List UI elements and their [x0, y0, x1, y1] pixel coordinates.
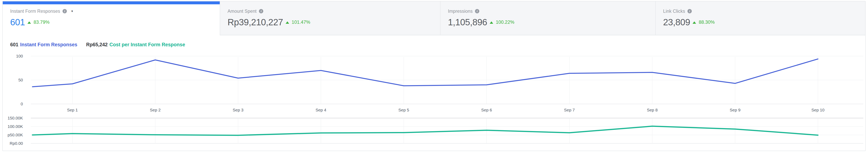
x-axis-date-label: Sep 2 — [150, 108, 160, 113]
responses-line — [32, 59, 818, 87]
y-axis-tick: p50.00K — [3, 132, 23, 137]
info-icon[interactable]: i — [259, 9, 263, 13]
active-tab-indicator — [3, 1, 220, 4]
legend-responses-label: Instant Form Responses — [20, 41, 78, 48]
chevron-down-icon[interactable]: ▼ — [71, 10, 73, 13]
y-axis-tick: Rp0.00 — [3, 141, 23, 146]
tab-bar-spacer — [220, 1, 440, 4]
x-axis-date-label: Sep 5 — [398, 108, 409, 113]
tab-link-clicks[interactable]: Link Clicks i 23,809 88.30% — [656, 1, 865, 35]
x-axis-date-label: Sep 8 — [647, 108, 658, 113]
y-axis-tick: 50 — [3, 78, 23, 83]
performance-chart: 601 Instant Form Responses Rp65,242 Cost… — [3, 35, 865, 151]
x-axis-date-label: Sep 4 — [316, 108, 327, 113]
metric-delta: 101.47% — [292, 20, 310, 25]
plot-area: Sep 1Sep 2Sep 3Sep 4Sep 5Sep 6Sep 7Sep 8… — [31, 52, 863, 150]
trend-up-icon — [490, 21, 493, 24]
x-axis-labels: Sep 1Sep 2Sep 3Sep 4Sep 5Sep 6Sep 7Sep 8… — [31, 108, 863, 114]
x-axis-date-label: Sep 9 — [730, 108, 741, 113]
metric-value: 601 — [10, 17, 25, 27]
x-axis-date-label: Sep 1 — [67, 108, 78, 113]
y-axis-tick: 0 — [3, 101, 23, 106]
tab-instant-form-responses[interactable]: Instant Form Responses i ▼ 601 83.79% — [3, 1, 220, 35]
metric-delta: 83.79% — [33, 20, 50, 25]
metric-value: 23,809 — [663, 17, 690, 27]
tab-label: Amount Spent — [227, 9, 257, 14]
metric-value: Rp39,210,227 — [227, 17, 283, 27]
trend-up-icon — [27, 21, 31, 24]
info-icon[interactable]: i — [475, 9, 479, 13]
chart-legend: 601 Instant Form Responses Rp65,242 Cost… — [10, 41, 185, 48]
x-axis-date-label: Sep 3 — [233, 108, 244, 113]
y-axis-tick: 150.00K — [3, 116, 23, 121]
legend-cost-value: Rp65,242 — [86, 41, 107, 48]
tab-bar-spacer — [440, 1, 655, 4]
trend-up-icon — [692, 21, 696, 24]
tab-bar-spacer — [656, 1, 865, 4]
info-icon[interactable]: i — [687, 9, 692, 13]
info-icon[interactable]: i — [63, 9, 67, 13]
tab-label: Link Clicks — [663, 9, 685, 14]
tab-label: Impressions — [448, 9, 473, 14]
metrics-dashboard-card: Instant Form Responses i ▼ 601 83.79% Am… — [2, 1, 866, 151]
y-axis-tick: 100 — [3, 54, 23, 59]
cost-line — [32, 126, 818, 135]
tab-impressions[interactable]: Impressions i 1,105,896 100.22% — [440, 1, 656, 35]
legend-cost-label: Cost per Instant Form Response — [110, 41, 185, 48]
x-axis-date-label: Sep 6 — [481, 108, 492, 113]
y-axis-tick: 100.00K — [3, 124, 23, 129]
metric-delta: 100.22% — [496, 20, 515, 25]
tab-label: Instant Form Responses — [10, 9, 60, 14]
trend-up-icon — [286, 21, 289, 24]
metric-tabs: Instant Form Responses i ▼ 601 83.79% Am… — [3, 1, 865, 35]
tab-amount-spent[interactable]: Amount Spent i Rp39,210,227 101.47% — [220, 1, 440, 35]
x-axis-date-label: Sep 10 — [811, 108, 825, 113]
y-axis-labels: 100500150.00K100.00Kp50.00KRp0.00 — [3, 35, 23, 151]
chart-canvas — [31, 52, 863, 150]
metric-delta: 88.30% — [699, 20, 714, 25]
x-axis-date-label: Sep 7 — [564, 108, 575, 113]
metric-value: 1,105,896 — [448, 17, 487, 27]
